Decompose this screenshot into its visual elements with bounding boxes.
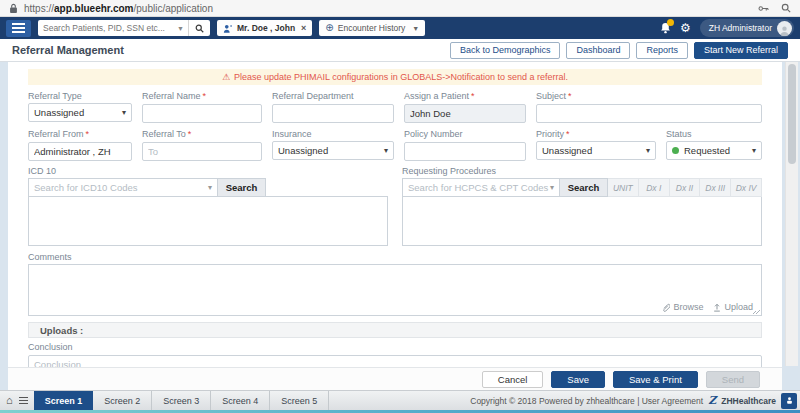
priority-select[interactable]: Unassigned ▾ bbox=[536, 141, 656, 160]
insurance-select[interactable]: Unassigned ▾ bbox=[272, 141, 394, 160]
url-host: app.blueehr.com bbox=[54, 3, 133, 14]
page-url[interactable]: https://app.blueehr.com/public/applicati… bbox=[24, 3, 213, 14]
circle-plus-icon: ⊕ bbox=[325, 23, 333, 33]
status-field: Status Requested ▾ bbox=[666, 129, 762, 161]
screens-menu-icon[interactable] bbox=[19, 397, 28, 405]
referral-type-field: Referral Type Unassigned ▾ bbox=[28, 91, 132, 123]
referral-type-select[interactable]: Unassigned ▾ bbox=[28, 103, 132, 122]
search-submit-icon[interactable] bbox=[188, 20, 210, 36]
warning-icon: ⚠ bbox=[222, 72, 230, 82]
referral-from-input[interactable] bbox=[28, 142, 132, 161]
zh-logo-icon: Z bbox=[708, 394, 716, 407]
user-menu[interactable]: ZH Administrator bbox=[700, 19, 794, 37]
reports-button[interactable]: Reports bbox=[636, 42, 688, 59]
phimail-alert: ⚠Please update PHIMAIL configurations in… bbox=[28, 69, 762, 85]
patient-search-input[interactable] bbox=[38, 23, 177, 33]
chevron-down-icon: ▾ bbox=[550, 183, 554, 192]
referral-from-field: Referral From bbox=[28, 129, 132, 161]
tab-screen-3[interactable]: Screen 3 bbox=[152, 391, 211, 410]
chevron-down-icon: ▾ bbox=[646, 146, 650, 155]
home-icon[interactable]: ⌂ bbox=[6, 395, 13, 406]
procedures-label: Requesting Procedures bbox=[402, 166, 762, 176]
form-row-2: Referral From Referral To Insurance Unas… bbox=[28, 129, 762, 161]
procedures-search-button[interactable]: Search bbox=[560, 178, 608, 197]
icd10-search-button[interactable]: Search bbox=[218, 178, 266, 197]
dx4-column-header: Dx IV bbox=[731, 178, 762, 197]
menu-icon[interactable] bbox=[6, 20, 31, 37]
vertical-scrollbar[interactable] bbox=[785, 62, 798, 366]
assign-patient-label: Assign a Patient bbox=[404, 91, 526, 101]
encounter-history-button[interactable]: ⊕ Encounter History ▼ bbox=[319, 20, 425, 36]
referral-type-value: Unassigned bbox=[34, 107, 84, 118]
content-area: ⚠Please update PHIMAIL configurations in… bbox=[0, 62, 800, 390]
referral-type-label: Referral Type bbox=[28, 91, 132, 101]
settings-gear-icon[interactable]: ⚙ bbox=[680, 22, 691, 34]
codes-section: ICD 10 Search for ICD10 Codes ▾ Search R… bbox=[28, 166, 762, 246]
referral-department-input[interactable] bbox=[272, 104, 394, 123]
top-navbar: ▼ Mr. Doe , John × ⊕ Encounter History ▼… bbox=[0, 17, 800, 39]
referral-name-label: Referral Name bbox=[142, 91, 262, 101]
save-button[interactable]: Save bbox=[551, 371, 605, 388]
priority-field: Priority Unassigned ▾ bbox=[536, 129, 656, 161]
patient-tab[interactable]: Mr. Doe , John × bbox=[217, 20, 312, 36]
assign-patient-input[interactable] bbox=[404, 104, 526, 123]
dashboard-button[interactable]: Dashboard bbox=[566, 42, 630, 59]
patient-search-box[interactable]: ▼ bbox=[38, 20, 210, 36]
browse-label: Browse bbox=[673, 302, 703, 312]
icd10-block: ICD 10 Search for ICD10 Codes ▾ Search bbox=[28, 166, 388, 246]
comments-textarea[interactable]: Browse Upload bbox=[28, 264, 762, 316]
send-button: Send bbox=[706, 371, 760, 388]
save-and-print-button[interactable]: Save & Print bbox=[613, 371, 698, 388]
icd10-placeholder: Search for ICD10 Codes bbox=[34, 182, 138, 193]
search-icon[interactable] bbox=[781, 3, 791, 13]
upload-link[interactable]: Upload bbox=[713, 302, 753, 312]
insurance-label: Insurance bbox=[272, 129, 394, 139]
icd10-search-input[interactable]: Search for ICD10 Codes ▾ bbox=[28, 178, 218, 197]
lock-icon bbox=[9, 3, 18, 14]
cancel-button[interactable]: Cancel bbox=[482, 371, 544, 388]
encounter-history-label: Encounter History bbox=[338, 23, 406, 33]
policy-number-field: Policy Number bbox=[404, 129, 526, 161]
dx3-column-header: Dx III bbox=[700, 178, 731, 197]
policy-number-input[interactable] bbox=[404, 142, 526, 161]
assign-patient-field: Assign a Patient bbox=[404, 91, 526, 123]
chevron-down-icon[interactable]: ▼ bbox=[177, 25, 188, 32]
brand-app-icon[interactable] bbox=[781, 393, 797, 409]
notifications-bell-icon[interactable] bbox=[660, 22, 671, 34]
chevron-down-icon: ▾ bbox=[752, 146, 756, 155]
procedures-block: Requesting Procedures Search for HCPCS &… bbox=[402, 166, 762, 246]
conclusion-label: Conclusion bbox=[28, 342, 762, 352]
referral-from-label: Referral From bbox=[28, 129, 132, 139]
resize-handle[interactable] bbox=[753, 307, 760, 314]
referral-name-input[interactable] bbox=[142, 104, 262, 123]
tab-label: Screen 2 bbox=[104, 396, 140, 406]
tab-screen-1[interactable]: Screen 1 bbox=[34, 391, 94, 410]
close-icon[interactable]: × bbox=[301, 23, 306, 33]
procedures-search-input[interactable]: Search for HCPCS & CPT Codes ▾ bbox=[402, 178, 560, 197]
uploads-bar: Uploads : bbox=[28, 322, 762, 338]
key-icon[interactable] bbox=[758, 4, 769, 13]
referral-department-label: Referral Department bbox=[272, 91, 394, 101]
bottom-status-bar: ⌂ Screen 1 Screen 2 Screen 3 Screen 4 Sc… bbox=[0, 390, 800, 410]
priority-value: Unassigned bbox=[542, 145, 592, 156]
start-new-referral-button[interactable]: Start New Referral bbox=[694, 42, 788, 59]
dx1-column-header: Dx I bbox=[639, 178, 670, 197]
page-title: Referral Management bbox=[12, 44, 124, 56]
tab-screen-5[interactable]: Screen 5 bbox=[270, 391, 329, 410]
tab-screen-2[interactable]: Screen 2 bbox=[93, 391, 152, 410]
tab-screen-4[interactable]: Screen 4 bbox=[211, 391, 270, 410]
status-select[interactable]: Requested ▾ bbox=[666, 141, 762, 160]
icd10-results-list bbox=[28, 196, 388, 246]
scrollbar-thumb[interactable] bbox=[788, 64, 796, 164]
screen-tabs: Screen 1 Screen 2 Screen 3 Screen 4 Scre… bbox=[34, 391, 330, 410]
back-to-demographics-button[interactable]: Back to Demographics bbox=[450, 42, 561, 59]
user-name: ZH Administrator bbox=[709, 23, 772, 33]
chevron-down-icon[interactable]: ▼ bbox=[412, 25, 419, 32]
browse-link[interactable]: Browse bbox=[662, 302, 703, 312]
dx2-column-header: Dx II bbox=[670, 178, 701, 197]
referral-to-input[interactable] bbox=[142, 142, 262, 161]
chevron-down-icon: ▾ bbox=[208, 183, 212, 192]
subject-input[interactable] bbox=[536, 104, 762, 123]
subject-field: Subject bbox=[536, 91, 762, 123]
upload-icon bbox=[713, 303, 721, 312]
